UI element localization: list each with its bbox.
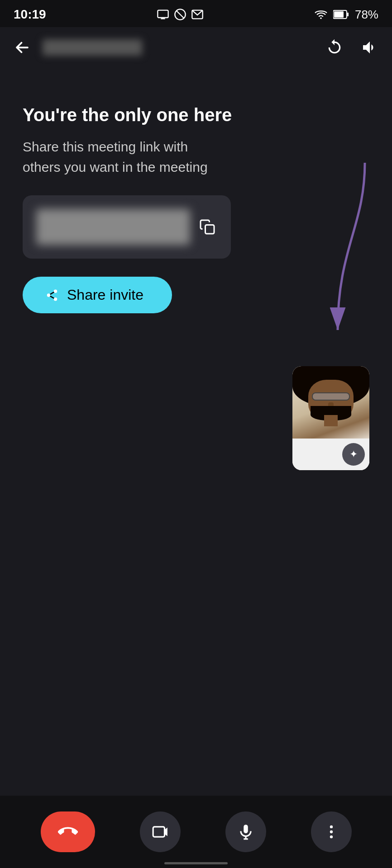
screen-icon [157,8,169,21]
app-bar [0,27,392,68]
svg-rect-6 [347,13,349,16]
battery-percent: 78% [355,8,378,22]
svg-point-10 [47,293,51,297]
battery-icon [333,9,349,19]
meeting-link-box [23,195,231,259]
end-call-button[interactable] [41,811,95,852]
meeting-link-blurred [36,209,190,245]
blocked-icon [174,8,186,21]
camera-icon [152,823,169,840]
app-bar-right [323,36,381,59]
status-bar: 10:19 78% [0,0,392,27]
copy-link-button[interactable] [197,217,217,237]
svg-point-11 [54,297,57,301]
svg-rect-0 [158,10,168,18]
mail-icon [191,8,204,21]
share-invite-button[interactable]: Share invite [23,277,172,313]
bottom-controls [0,796,392,868]
end-call-icon [58,822,78,842]
share-description: Share this meeting link with others you … [23,137,213,177]
self-view-thumbnail: ✦ [292,366,369,470]
svg-line-2 [177,11,184,18]
ai-effects-button[interactable]: ✦ [342,443,365,466]
rotate-camera-button[interactable] [323,36,346,59]
svg-rect-7 [334,11,344,18]
svg-point-22 [330,835,332,838]
only-one-title: You're the only one here [23,104,369,126]
svg-rect-15 [153,827,164,837]
mic-icon [237,823,254,840]
svg-point-20 [330,826,332,828]
speaker-button[interactable] [359,36,381,59]
main-content: You're the only one here Share this meet… [0,68,392,331]
back-button[interactable] [11,36,33,59]
svg-line-13 [50,292,54,294]
share-invite-label: Share invite [67,287,143,303]
svg-rect-8 [206,225,215,234]
mic-toggle-button[interactable] [225,811,266,852]
svg-rect-17 [244,825,248,833]
home-indicator [164,862,228,864]
status-right-icons: 78% [314,8,378,22]
sparkle-icon: ✦ [349,448,358,460]
more-options-button[interactable] [311,811,352,852]
more-icon [323,823,340,840]
svg-point-21 [330,830,332,833]
camera-toggle-button[interactable] [140,811,181,852]
share-icon [45,288,59,302]
arrow-annotation [292,158,383,339]
status-center-icons [157,8,204,21]
svg-point-9 [54,289,57,293]
main-area: You're the only one here Share this meet… [0,68,392,331]
meeting-title-blurred [43,39,142,56]
time-display: 10:19 [14,7,46,22]
svg-point-4 [320,17,322,19]
app-bar-left [11,36,142,59]
wifi-icon [314,8,328,21]
svg-line-12 [50,296,54,298]
